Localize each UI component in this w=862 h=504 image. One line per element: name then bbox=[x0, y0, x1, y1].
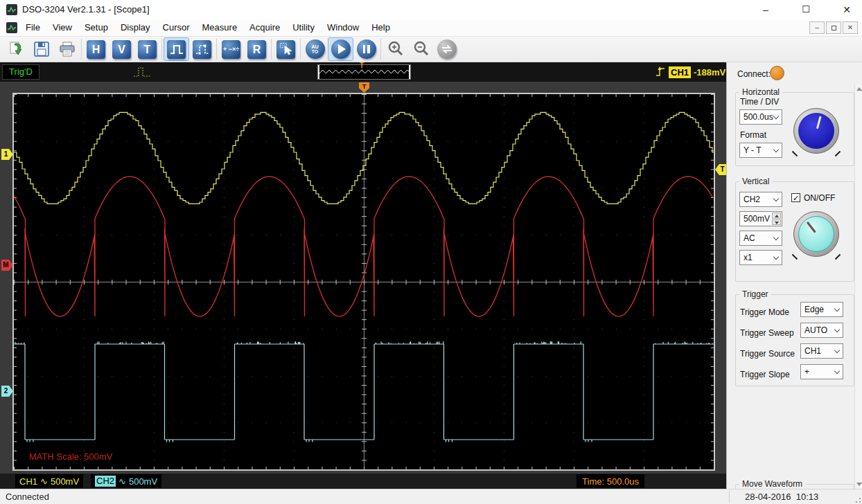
open-button[interactable] bbox=[3, 37, 28, 61]
coupling-select[interactable]: AC bbox=[739, 231, 782, 246]
trigger-sweep-select[interactable]: AUTO bbox=[800, 323, 843, 338]
mdi-minimize-button[interactable]: – bbox=[809, 21, 825, 34]
menu-item-window[interactable]: Window bbox=[321, 19, 365, 36]
probe-select[interactable]: x1 bbox=[739, 250, 782, 265]
panel-scrollbar[interactable] bbox=[854, 84, 862, 489]
toolbar-separator bbox=[271, 39, 272, 60]
ch2-scale-readout[interactable]: CH2∿500mV bbox=[91, 474, 161, 488]
toolbar-separator bbox=[216, 39, 217, 60]
ch1-scale: 500mV bbox=[51, 476, 79, 487]
connect-label: Connect: bbox=[737, 69, 771, 79]
time-div-select[interactable]: 500.0us bbox=[739, 109, 782, 125]
status-bar: Connected 28-04-2016 10:13 bbox=[0, 489, 862, 504]
save-button[interactable] bbox=[28, 37, 54, 61]
menu-bar: FileViewSetupDisplayCursorMeasureAcquire… bbox=[0, 19, 862, 36]
trigger-source-select[interactable]: CH1 bbox=[800, 343, 843, 359]
trigger-mode-select[interactable]: Edge bbox=[800, 302, 843, 317]
onoff-checkbox[interactable]: ✓ bbox=[791, 193, 800, 202]
menu-item-setup[interactable]: Setup bbox=[78, 19, 114, 36]
waveform-preview[interactable] bbox=[317, 64, 411, 80]
reference-button[interactable]: R bbox=[244, 37, 270, 61]
print-icon bbox=[58, 40, 76, 58]
scope-canvas[interactable] bbox=[14, 94, 714, 469]
vertical-icon: V bbox=[112, 40, 131, 59]
trigger-button[interactable]: T bbox=[134, 37, 160, 61]
connect-led-button[interactable] bbox=[770, 66, 784, 80]
stepper-arrows[interactable] bbox=[772, 213, 781, 225]
trigger-position-marker[interactable]: T bbox=[359, 82, 369, 93]
pulse-reference-button[interactable] bbox=[189, 37, 215, 61]
format-select[interactable]: Y - T bbox=[739, 143, 782, 158]
volt-scale-stepper[interactable]: 500mV bbox=[739, 211, 782, 226]
trigger-level-marker[interactable]: T bbox=[715, 164, 727, 175]
trigger-row-label: Trigger Mode bbox=[740, 307, 789, 317]
minimize-button[interactable]: – bbox=[754, 0, 777, 19]
run-icon bbox=[331, 39, 351, 59]
trigger-group: Trigger Trigger ModeEdgeTrigger SweepAUT… bbox=[735, 289, 854, 386]
document-icon bbox=[6, 22, 17, 33]
reference-icon: R bbox=[247, 40, 266, 59]
menu-item-display[interactable]: Display bbox=[114, 19, 157, 36]
pause-button[interactable] bbox=[353, 37, 379, 61]
chevron-down-icon bbox=[773, 235, 779, 240]
trigger-slope-icon bbox=[656, 66, 666, 78]
close-button[interactable]: ✕ bbox=[835, 0, 859, 19]
zoom-out-icon bbox=[412, 40, 430, 58]
math-button[interactable]: + −×÷ bbox=[218, 37, 244, 61]
format-label: Format bbox=[740, 130, 766, 140]
channel-select[interactable]: CH2 bbox=[739, 192, 782, 207]
autoset-button[interactable]: AUTO bbox=[302, 37, 328, 61]
step-up-icon[interactable] bbox=[772, 213, 781, 219]
toolbar-separator bbox=[161, 39, 162, 60]
zoom-in-button[interactable] bbox=[382, 37, 408, 61]
menu-item-measure[interactable]: Measure bbox=[196, 19, 244, 36]
restore-icon bbox=[832, 26, 836, 30]
menu-item-help[interactable]: Help bbox=[365, 19, 396, 36]
trigger-row-value: + bbox=[804, 367, 809, 377]
menu-item-file[interactable]: File bbox=[19, 19, 46, 36]
chevron-down-icon bbox=[773, 254, 779, 260]
preview-trigger-icon[interactable]: T bbox=[360, 62, 364, 71]
maximize-button[interactable]: ☐ bbox=[794, 0, 818, 19]
vertical-knob[interactable] bbox=[793, 211, 839, 257]
menu-item-cursor[interactable]: Cursor bbox=[157, 19, 196, 36]
horizontal-knob[interactable] bbox=[793, 108, 839, 154]
ch1-position-marker[interactable]: 1 bbox=[1, 149, 13, 160]
chevron-down-icon bbox=[773, 147, 779, 152]
vertical-knob-cap bbox=[798, 216, 834, 252]
mdi-restore-button[interactable] bbox=[826, 21, 841, 34]
trigger-row-value: CH1 bbox=[804, 346, 821, 356]
scroll-down-icon[interactable] bbox=[856, 483, 862, 486]
horizontal-button[interactable]: H bbox=[83, 37, 109, 61]
trigger-row-label: Trigger Sweep bbox=[740, 328, 794, 338]
scroll-up-icon[interactable] bbox=[856, 87, 862, 91]
menu-item-utility[interactable]: Utility bbox=[286, 19, 321, 36]
horizontal-legend: Horizontal bbox=[739, 87, 782, 97]
trig-status-badge: Trig'D bbox=[2, 64, 39, 80]
run-button[interactable] bbox=[328, 37, 353, 61]
pulse-reference-icon bbox=[193, 40, 211, 59]
chevron-down-icon bbox=[773, 196, 779, 201]
scope-area: Trig'D T CH1 -188mV 1 M 2 T T MATH Scale… bbox=[0, 62, 726, 489]
trigger-row-value: Edge bbox=[804, 305, 824, 314]
pulse-display-icon bbox=[167, 40, 186, 59]
print-button[interactable] bbox=[54, 37, 80, 61]
menu-item-acquire[interactable]: Acquire bbox=[243, 19, 286, 36]
step-down-icon[interactable] bbox=[772, 219, 781, 226]
math-icon: + −×÷ bbox=[222, 40, 240, 59]
ch2-position-marker[interactable]: 2 bbox=[1, 386, 13, 397]
time-div-value: 500.0us bbox=[744, 112, 773, 122]
trigger-slope-select[interactable]: + bbox=[800, 364, 843, 379]
pulse-display-button[interactable] bbox=[164, 37, 189, 61]
math-position-marker[interactable]: M bbox=[1, 260, 13, 271]
vertical-button[interactable]: V bbox=[109, 37, 134, 61]
coupling-value: AC bbox=[744, 233, 755, 243]
ch1-scale-readout[interactable]: CH1∿500mV bbox=[15, 474, 83, 488]
menu-item-view[interactable]: View bbox=[46, 19, 78, 36]
pulse-mini-icon bbox=[133, 65, 152, 82]
mdi-close-button[interactable]: ✕ bbox=[843, 21, 858, 34]
datetime: 28-04-2016 10:13 bbox=[745, 492, 818, 502]
zoom-out-button[interactable] bbox=[408, 37, 434, 61]
resize-grip[interactable] bbox=[852, 494, 861, 503]
cursor-tool-button[interactable] bbox=[273, 37, 299, 61]
